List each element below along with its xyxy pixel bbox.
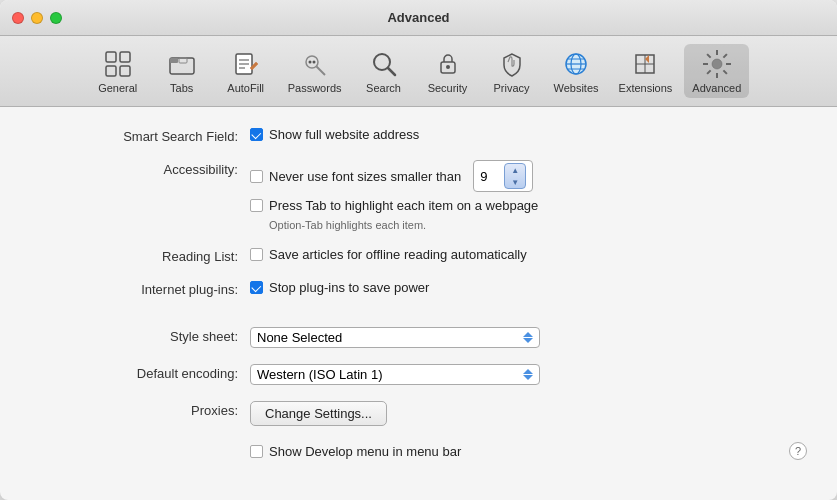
default-encoding-controls: Western (ISO Latin 1) [250, 364, 540, 385]
accessibility-tab-row: Press Tab to highlight each item on a we… [250, 198, 538, 213]
internet-plugins-controls: Stop plug-ins to save power [250, 280, 429, 295]
accessibility-fontsize-row: Never use font sizes smaller than 9 ▲ ▼ [250, 160, 538, 192]
svg-line-16 [388, 68, 395, 75]
style-sheet-row: Style sheet: None Selected [30, 327, 807, 348]
default-encoding-selector[interactable]: Western (ISO Latin 1) [250, 364, 540, 385]
svg-rect-0 [106, 52, 116, 62]
svg-point-11 [306, 56, 318, 68]
smart-search-label: Smart Search Field: [30, 127, 250, 144]
websites-icon [560, 48, 592, 80]
content-area: Smart Search Field: Show full website ad… [0, 107, 837, 500]
accessibility-tab-label: Press Tab to highlight each item on a we… [269, 198, 538, 213]
internet-plugins-checkbox-row: Stop plug-ins to save power [250, 280, 429, 295]
websites-label: Websites [554, 82, 599, 94]
arrow-up-icon [523, 332, 533, 337]
general-icon [102, 48, 134, 80]
accessibility-tab-checkbox[interactable] [250, 199, 263, 212]
encoding-arrow [523, 369, 533, 380]
svg-point-24 [712, 59, 722, 69]
accessibility-row: Accessibility: Never use font sizes smal… [30, 160, 807, 231]
toolbar-item-tabs[interactable]: Tabs [152, 44, 212, 98]
reading-list-label: Reading List: [30, 247, 250, 264]
toolbar-item-autofill[interactable]: AutoFill [216, 44, 276, 98]
encoding-arrow-down-icon [523, 375, 533, 380]
main-window: Advanced General Tabs [0, 0, 837, 500]
privacy-icon [496, 48, 528, 80]
search-label: Search [366, 82, 401, 94]
autofill-icon [230, 48, 262, 80]
advanced-icon [701, 48, 733, 80]
security-label: Security [428, 82, 468, 94]
reading-list-controls: Save articles for offline reading automa… [250, 247, 527, 262]
reading-list-checkbox[interactable] [250, 248, 263, 261]
privacy-label: Privacy [493, 82, 529, 94]
passwords-icon [299, 48, 331, 80]
extensions-label: Extensions [619, 82, 673, 94]
toolbar-item-extensions[interactable]: Extensions [611, 44, 681, 98]
default-encoding-label: Default encoding: [30, 364, 250, 381]
bottom-row: Show Develop menu in menu bar ? [30, 442, 807, 460]
tabs-label: Tabs [170, 82, 193, 94]
svg-rect-5 [170, 58, 178, 63]
default-encoding-row: Default encoding: Western (ISO Latin 1) [30, 364, 807, 385]
svg-rect-3 [120, 66, 130, 76]
svg-point-14 [312, 61, 315, 64]
style-sheet-selector[interactable]: None Selected [250, 327, 540, 348]
tabs-icon [166, 48, 198, 80]
style-sheet-arrow [523, 332, 533, 343]
svg-point-13 [308, 61, 311, 64]
toolbar-item-privacy[interactable]: Privacy [482, 44, 542, 98]
close-button[interactable] [12, 12, 24, 24]
internet-plugins-label: Internet plug-ins: [30, 280, 250, 297]
window-title: Advanced [387, 10, 449, 25]
develop-menu-checkbox[interactable] [250, 445, 263, 458]
fontsize-selector[interactable]: 9 ▲ ▼ [473, 160, 533, 192]
toolbar-item-passwords[interactable]: Passwords [280, 44, 350, 98]
toolbar-item-general[interactable]: General [88, 44, 148, 98]
toolbar-item-websites[interactable]: Websites [546, 44, 607, 98]
maximize-button[interactable] [50, 12, 62, 24]
autofill-label: AutoFill [227, 82, 264, 94]
reading-list-row: Reading List: Save articles for offline … [30, 247, 807, 264]
accessibility-fontsize-label: Never use font sizes smaller than [269, 169, 461, 184]
develop-menu-label: Show Develop menu in menu bar [269, 444, 461, 459]
toolbar: General Tabs Aut [0, 36, 837, 107]
smart-search-checkbox[interactable] [250, 128, 263, 141]
accessibility-hint: Option-Tab highlights each item. [269, 219, 538, 231]
general-label: General [98, 82, 137, 94]
svg-line-30 [723, 70, 727, 74]
svg-rect-2 [106, 66, 116, 76]
toolbar-item-search[interactable]: Search [354, 44, 414, 98]
minimize-button[interactable] [31, 12, 43, 24]
titlebar: Advanced [0, 0, 837, 36]
stepper-up-icon[interactable]: ▲ [505, 164, 525, 176]
internet-plugins-checkbox[interactable] [250, 281, 263, 294]
help-button[interactable]: ? [789, 442, 807, 460]
search-icon [368, 48, 400, 80]
toolbar-item-security[interactable]: Security [418, 44, 478, 98]
accessibility-fontsize-checkbox[interactable] [250, 170, 263, 183]
svg-line-31 [723, 54, 727, 58]
reading-list-checkbox-label: Save articles for offline reading automa… [269, 247, 527, 262]
style-sheet-controls: None Selected [250, 327, 540, 348]
svg-line-29 [707, 54, 711, 58]
style-sheet-label: Style sheet: [30, 327, 250, 344]
toolbar-item-advanced[interactable]: Advanced [684, 44, 749, 98]
encoding-arrow-up-icon [523, 369, 533, 374]
proxies-button[interactable]: Change Settings... [250, 401, 387, 426]
titlebar-buttons [12, 12, 62, 24]
internet-plugins-row: Internet plug-ins: Stop plug-ins to save… [30, 280, 807, 297]
stepper-down-icon[interactable]: ▼ [505, 176, 525, 188]
proxies-controls: Change Settings... [250, 401, 387, 426]
accessibility-controls: Never use font sizes smaller than 9 ▲ ▼ … [250, 160, 538, 231]
style-sheet-value: None Selected [257, 330, 342, 345]
accessibility-label: Accessibility: [30, 160, 250, 177]
passwords-label: Passwords [288, 82, 342, 94]
proxies-label: Proxies: [30, 401, 250, 418]
smart-search-checkbox-label: Show full website address [269, 127, 419, 142]
smart-search-row: Smart Search Field: Show full website ad… [30, 127, 807, 144]
smart-search-controls: Show full website address [250, 127, 419, 142]
fontsize-stepper[interactable]: ▲ ▼ [504, 163, 526, 189]
arrow-down-icon [523, 338, 533, 343]
svg-line-32 [707, 70, 711, 74]
